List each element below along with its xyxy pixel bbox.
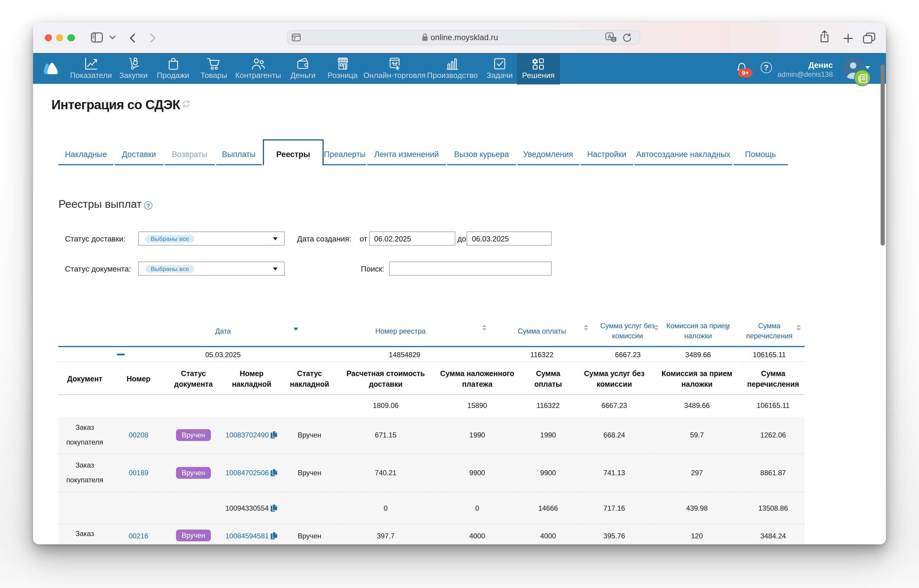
svg-text:A: A — [608, 34, 612, 40]
svg-text:文: 文 — [612, 37, 616, 42]
